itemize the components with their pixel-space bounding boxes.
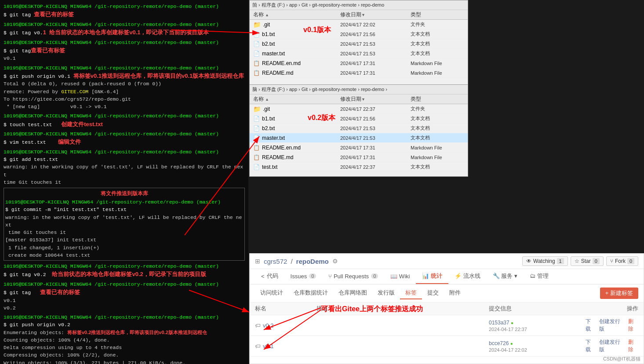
v02-version-label: v0.2版本	[308, 113, 335, 123]
star-icon: ☆	[575, 258, 579, 264]
repo-icon: ⊞	[255, 258, 260, 265]
table-row[interactable]: 📄b2.txt 2024/4/17 21:53 文本文档	[250, 124, 468, 133]
create-release-v02[interactable]: 创建发行版	[599, 318, 625, 333]
star-label: Star	[581, 258, 591, 264]
table-row[interactable]: 📄master.txt 2024/4/17 21:53 文本文档	[250, 133, 468, 143]
term-section-1: 10195@DESKTOP-KICELNQ MINGW64 /git-repos…	[4, 3, 245, 19]
table-row[interactable]: 📁.git 2024/4/17 22:37 文件夹	[250, 104, 468, 114]
delete-v01[interactable]: 删除	[628, 339, 638, 353]
fork-button[interactable]: ⑂ Fork 0	[606, 256, 638, 266]
table-row[interactable]: 📋README.md 2024/4/17 17:31 Markdown File	[250, 153, 468, 162]
nav-wiki[interactable]: 📖 Wiki	[384, 269, 416, 284]
tag-ops-v02: 下载 创建发行版 删除	[586, 318, 638, 333]
fork-count: 0	[627, 258, 634, 264]
sub-access[interactable]: 访问统计	[255, 287, 288, 299]
file-explorer-v02: 脑 › 程序盘 (F:) › app › Git › git-repositor…	[249, 84, 468, 177]
tag-icon-2: 🏷	[255, 343, 261, 349]
delete-v02[interactable]: 删除	[628, 318, 638, 333]
file-explorer-v01: 箇 › 程序盘 (F:) › app › Git › git-repositor…	[249, 0, 468, 86]
nav-issues[interactable]: Issues 0	[284, 269, 323, 284]
col-type-2: 类型	[408, 95, 468, 103]
address-bar-2: 脑 › 程序盘 (F:) › app › Git › git-repositor…	[250, 85, 468, 95]
gitee-actions: 👁 Watching 1 ☆ Star 0 ⑂ Fork 0	[522, 256, 638, 266]
nav-services[interactable]: 🔧 服务 ▾	[487, 269, 524, 284]
table-row[interactable]: 📄b1.txt 2024/4/17 21:56 文本文档	[250, 29, 468, 39]
nav-pullrequest[interactable]: ⑂ Pull Requests 0	[322, 269, 384, 284]
sub-attachments[interactable]: 附件	[444, 287, 466, 299]
terminal-panel: 10195@DESKTOP-KICELNQ MINGW64 /git-repos…	[0, 0, 248, 364]
term-section-4: 10195@DESKTOP-KICELNQ MINGW64 /git-repos…	[4, 64, 245, 111]
table-row[interactable]: 📋README.md 2024/4/17 17:31 Markdown File	[250, 68, 468, 78]
table-row[interactable]: 📁.git 2024/4/17 22:02 文件夹	[250, 20, 468, 29]
col-operations: 操作	[586, 305, 638, 313]
col-date-1: 修改日期 ▼	[338, 11, 408, 18]
nav-code[interactable]: < 代码	[255, 269, 284, 284]
repo-user[interactable]: cgrs572	[264, 258, 287, 265]
gitee-panel: ⊞ cgrs572 / repoDemo ⚙ 👁 Watching 1 ☆ St…	[249, 253, 644, 364]
term-section-2: 10195@DESKTOP-KICELNQ MINGW64 /git-repos…	[4, 21, 245, 37]
breadcrumb-1: 箇 › 程序盘 (F:) › app › Git › git-repositor…	[252, 2, 384, 8]
sub-tags[interactable]: 标签	[400, 287, 422, 299]
table-row[interactable]: 📋README.en.md 2024/4/17 17:31 Markdown F…	[250, 58, 468, 68]
breadcrumb-2: 脑 › 程序盘 (F:) › app › Git › git-repositor…	[252, 86, 387, 93]
tag-ops-v01: 下载 创建发行版 删除	[586, 339, 638, 353]
tag-link-v01[interactable]: v0.1	[263, 343, 274, 349]
create-release-v01[interactable]: 创建发行版	[599, 339, 625, 353]
term-section-11: 10195@DESKTOP-KICELNQ MINGW64 /git-repos…	[4, 313, 245, 364]
settings-icon[interactable]: ⚙	[332, 258, 338, 265]
tag-row-v02: 🏷 v0.2 0153a37 ● 2024-04-17 22:37 下载 创建发…	[250, 315, 644, 336]
fork-label: Fork	[615, 258, 626, 264]
sub-releases[interactable]: 发行版	[372, 287, 400, 299]
nav-pipeline[interactable]: ⚡ 流水线	[448, 269, 487, 284]
sub-commits[interactable]: 提交	[422, 287, 444, 299]
gitee-header: ⊞ cgrs572 / repoDemo ⚙ 👁 Watching 1 ☆ St…	[250, 254, 644, 269]
repo-name[interactable]: repoDemo	[296, 258, 329, 265]
new-tag-button[interactable]: + 新建标签	[600, 288, 638, 299]
gitee-nav: < 代码 Issues 0 ⑂ Pull Requests 0 📖 Wiki 📊…	[250, 269, 644, 284]
star-button[interactable]: ☆ Star 0	[571, 256, 604, 266]
term-section-5: 10195@DESKTOP-KICELNQ MINGW64 /git-repos…	[4, 112, 245, 128]
col-name-1: 名称 ▲	[250, 11, 338, 18]
col-type-1: 类型	[408, 11, 468, 18]
watermark: CSDN@IT机器猫	[603, 356, 640, 362]
col-description: 描述	[317, 305, 489, 313]
term-section-8: 将文件推送到版本库 10195@DESKTOP-KICELNQ MINGW64 …	[4, 188, 245, 261]
tag-link-v02[interactable]: v0.2	[263, 322, 274, 329]
sub-repo-stats[interactable]: 仓库数据统计	[288, 287, 333, 299]
gitee-sub-nav: 访问统计 仓库数据统计 仓库网络图 发行版 标签 提交 附件 + 新建标签	[250, 284, 644, 302]
table-row[interactable]: 📋README.en.md 2024/4/17 17:31 Markdown F…	[250, 143, 468, 153]
nav-stats[interactable]: 📊 统计	[416, 269, 448, 284]
term-section-3: 10195@DESKTOP-KICELNQ MINGW64 /git-repos…	[4, 39, 245, 62]
col-commit: 提交信息	[489, 305, 586, 313]
tag-commit-v01: bcce726 ● 2024-04-17 22:02	[489, 340, 586, 353]
fork-icon: ⑂	[610, 258, 613, 264]
table-row[interactable]: 📄b2.txt 2024/4/17 21:53 文本文档	[250, 39, 468, 49]
sub-network[interactable]: 仓库网络图	[333, 287, 372, 299]
star-count: 0	[593, 258, 600, 264]
table-row[interactable]: 📄b1.txt 2024/4/17 21:56 文本文档	[250, 114, 468, 124]
table-row[interactable]: 📄test.txt 2024/4/17 22:37 文本文档	[250, 162, 468, 172]
tag-commit-v02: 0153a37 ● 2024-04-17 22:37	[489, 319, 586, 332]
table-row[interactable]: 📄master.txt 2024/4/17 21:53 文本文档	[250, 49, 468, 58]
v01-version-label: v0.1版本	[303, 25, 331, 35]
code-icon: <	[261, 273, 265, 280]
tag-name-v01: 🏷 v0.1	[255, 343, 317, 349]
tag-icon: 🏷	[255, 322, 261, 329]
term-section-7: 10195@DESKTOP-KICELNQ MINGW64 /git-repos…	[4, 148, 245, 186]
repo-title: ⊞ cgrs572 / repoDemo ⚙	[255, 258, 338, 265]
nav-manage[interactable]: 🗂 管理	[524, 269, 555, 284]
column-header-2: 名称 ▲ 修改日期 ▼ 类型	[250, 95, 468, 104]
watching-label: Watching	[533, 258, 555, 264]
term-section-9: 10195@DESKTOP-KICELNQ MINGW64 /git-repos…	[4, 262, 245, 279]
watching-button[interactable]: 👁 Watching 1	[522, 256, 568, 266]
col-name-2: 名称 ▲	[250, 95, 338, 103]
col-date-2: 修改日期 ▼	[338, 95, 408, 103]
download-v02[interactable]: 下载	[586, 318, 596, 333]
column-header-1: 名称 ▲ 修改日期 ▼ 类型	[250, 10, 468, 20]
tag-table-header: 标名 描述 提交信息 操作	[250, 302, 644, 315]
download-v01[interactable]: 下载	[586, 339, 596, 353]
tag-row-v01: 🏷 v0.1 bcce726 ● 2024-04-17 22:02 下载 创建发…	[250, 336, 644, 357]
address-bar-1: 箇 › 程序盘 (F:) › app › Git › git-repositor…	[250, 0, 468, 10]
term-section-10: 10195@DESKTOP-KICELNQ MINGW64 /git-repos…	[4, 280, 245, 312]
eye-icon: 👁	[526, 258, 531, 264]
